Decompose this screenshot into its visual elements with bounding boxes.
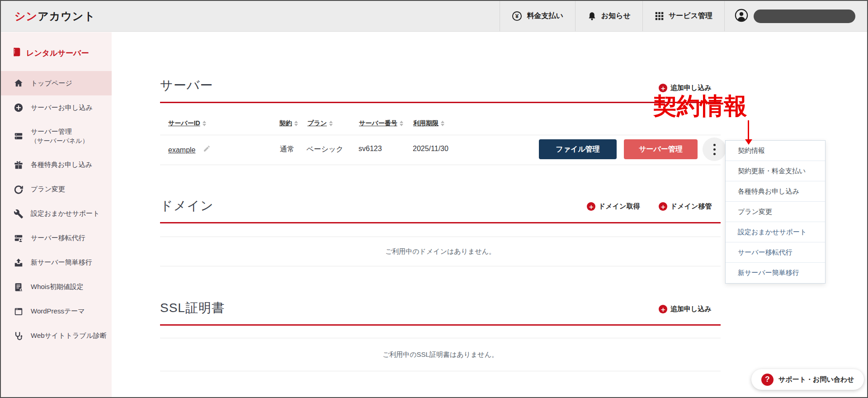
sidebar-title-label: レンタルサーバー [26, 48, 89, 58]
home-icon [14, 78, 24, 88]
plus-circle-icon [14, 103, 24, 113]
contract-cell: 通常 [280, 145, 294, 154]
grid-icon [655, 11, 664, 21]
account-menu[interactable] [724, 1, 867, 31]
header-nav: ¥ 料金支払い お知らせ サービス管理 [500, 1, 867, 31]
server-icon [14, 131, 24, 141]
domain-get-link[interactable]: ＋ ドメイン取得 [587, 202, 640, 211]
payment-label: 料金支払い [527, 11, 563, 21]
sidebar-item-label: サーバー移転代行 [31, 233, 85, 242]
menu-item-benefits[interactable]: 各種特典お申し込み [726, 181, 825, 202]
sidebar-item-label: トップページ [31, 79, 72, 88]
menu-item-easy-migration[interactable]: 新サーバー簡単移行 [726, 263, 825, 283]
app-header: シンアカウント ¥ 料金支払い お知らせ サービス管理 [1, 1, 867, 32]
server-manage-button[interactable]: サーバー管理 [624, 139, 698, 159]
sidebar-item-label: 各種特典お申し込み [31, 160, 92, 169]
server-add-link[interactable]: ＋ 追加申し込み [659, 84, 712, 92]
sidebar-item-label: Whois初期値設定 [31, 282, 84, 291]
file-manage-button[interactable]: ファイル管理 [539, 139, 617, 159]
service-manage-label: サービス管理 [669, 11, 712, 21]
menu-item-plan-change[interactable]: プラン変更 [726, 202, 825, 222]
sidebar-item-server-panel[interactable]: サーバー管理（サーバーパネル） [1, 120, 112, 153]
sidebar-item-whois[interactable]: Whois初期値設定 [1, 275, 112, 299]
sidebar: レンタルサーバー トップページ サーバーお申し込み サーバー管理（サーバーパネル… [1, 32, 112, 397]
sort-icon [294, 121, 298, 126]
question-icon: ? [761, 374, 774, 386]
sidebar-service-title[interactable]: レンタルサーバー [1, 32, 112, 59]
domain-transfer-link[interactable]: ＋ ドメイン移管 [659, 202, 712, 211]
ssl-add-link[interactable]: ＋ 追加申し込み [659, 305, 712, 313]
sidebar-item-server-transfer[interactable]: サーバー移転代行 [1, 226, 112, 251]
sidebar-item-benefits[interactable]: 各種特典お申し込み [1, 153, 112, 177]
gift-icon [14, 160, 24, 170]
plus-icon: ＋ [659, 305, 667, 313]
domain-empty-text: ご利用中のドメインはありません。 [160, 247, 721, 256]
bell-icon [587, 11, 597, 21]
server-row: example [168, 145, 211, 154]
column-header-plan[interactable]: プラン [307, 119, 333, 128]
sidebar-item-label: 設定おまかせサポート [31, 209, 99, 218]
sidebar-item-label: サーバー管理（サーバーパネル） [31, 127, 89, 146]
sidebar-item-site-diagnosis[interactable]: Webサイトトラブル診断 [1, 324, 112, 348]
sidebar-item-wordpress-theme[interactable]: WordPressテーマ [1, 299, 112, 324]
table-row-divider [160, 135, 721, 135]
ssl-empty-text: ご利用中のSSL証明書はありません。 [160, 351, 721, 359]
menu-item-server-transfer[interactable]: サーバー移転代行 [726, 242, 825, 263]
plan-cell: ベーシック [307, 145, 344, 154]
empty-box-bottom-border [160, 371, 721, 371]
ssl-section-title: SSL証明書 [160, 299, 225, 317]
ssl-section-underline [160, 324, 721, 326]
shin-account-page: シンアカウント ¥ 料金支払い お知らせ サービス管理 [0, 0, 868, 398]
app-logo[interactable]: シンアカウント [1, 1, 95, 31]
sort-icon [400, 121, 403, 126]
plus-icon: ＋ [659, 84, 667, 92]
sidebar-item-label: プラン変更 [31, 185, 65, 194]
account-name-redacted [754, 9, 855, 23]
service-manage-nav-item[interactable]: サービス管理 [642, 1, 724, 31]
annotation-arrow-head [745, 139, 752, 145]
refresh-icon [14, 185, 24, 194]
menu-item-omakase-support[interactable]: 設定おまかせサポート [726, 222, 825, 242]
logo-accent-text: シン [14, 9, 38, 24]
column-header-expiry[interactable]: 利用期限 [413, 119, 444, 128]
plus-icon: ＋ [659, 202, 667, 211]
menu-item-renew-payment[interactable]: 契約更新・料金支払い [726, 161, 825, 181]
sidebar-item-top-page[interactable]: トップページ [1, 71, 112, 95]
sidebar-item-easy-migration[interactable]: 新サーバー簡単移行 [1, 251, 112, 275]
sidebar-item-sublabel: （サーバーパネル） [31, 137, 89, 144]
edit-pencil-icon[interactable] [203, 146, 211, 154]
news-label: お知らせ [601, 11, 631, 21]
kebab-menu-button[interactable] [703, 137, 726, 161]
migrate-icon [14, 258, 24, 268]
user-icon [735, 9, 748, 24]
server-add-label: 追加申し込み [670, 84, 712, 92]
support-label: サポート・お問い合わせ [778, 375, 854, 384]
empty-box-top-border [160, 338, 721, 338]
whois-doc-icon [14, 282, 24, 292]
support-contact-button[interactable]: ? サポート・お問い合わせ [751, 369, 864, 390]
column-header-contract[interactable]: 契約 [279, 119, 298, 128]
sidebar-item-plan-change[interactable]: プラン変更 [1, 177, 112, 202]
payment-nav-item[interactable]: ¥ 料金支払い [500, 1, 575, 31]
sidebar-item-server-apply[interactable]: サーバーお申し込み [1, 95, 112, 120]
expiry-cell: 2025/11/30 [413, 145, 448, 153]
domain-get-label: ドメイン取得 [599, 202, 640, 211]
domain-transfer-label: ドメイン移管 [670, 202, 712, 211]
domain-section-title: ドメイン [160, 197, 214, 214]
menu-item-contract-info[interactable]: 契約情報 [726, 141, 825, 161]
news-nav-item[interactable]: お知らせ [575, 1, 642, 31]
stethoscope-icon [14, 331, 24, 341]
empty-box-bottom-border [160, 266, 721, 266]
server-id-link[interactable]: example [168, 146, 195, 154]
empty-box-top-border [160, 237, 721, 237]
svg-text:¥: ¥ [515, 13, 519, 19]
server-section-title: サーバー [160, 77, 213, 94]
sort-icon [329, 121, 333, 126]
sidebar-item-label: サーバーお申し込み [31, 103, 93, 112]
column-header-server-no[interactable]: サーバー番号 [359, 119, 403, 128]
sidebar-item-label: WordPressテーマ [31, 307, 85, 316]
column-header-server-id[interactable]: サーバーID [168, 119, 206, 128]
sidebar-item-omakase-support[interactable]: 設定おまかせサポート [1, 202, 112, 226]
server-section-underline [160, 102, 721, 103]
sidebar-item-label: Webサイトトラブル診断 [31, 331, 107, 340]
